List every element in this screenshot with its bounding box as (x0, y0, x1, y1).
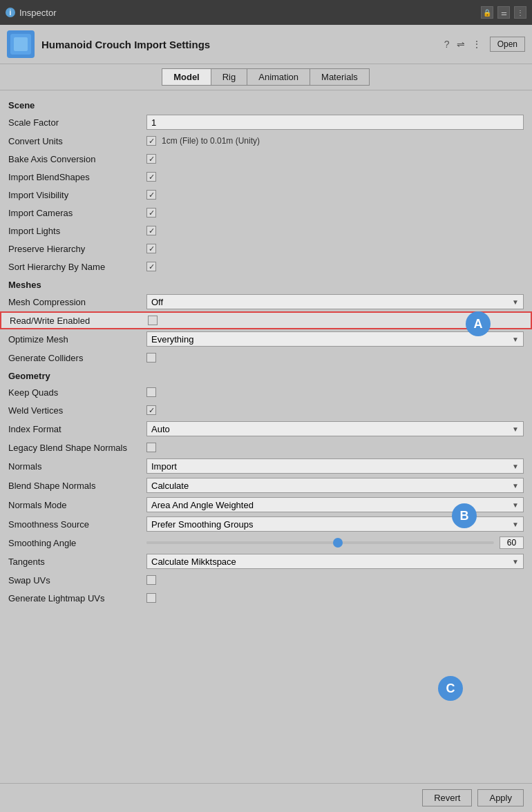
help-icon[interactable]: ? (443, 37, 451, 51)
header-actions: ? ⇌ ⋮ (443, 37, 483, 51)
label-legacy-blend: Legacy Blend Shape Normals (8, 443, 146, 453)
value-sort-hierarchy (146, 262, 524, 271)
smoothing-angle-slider-container: 60 (146, 536, 524, 549)
read-write-checkbox[interactable] (148, 316, 158, 325)
weld-vertices-checkbox[interactable] (146, 405, 156, 415)
tab-model[interactable]: Model (162, 68, 211, 86)
import-lights-checkbox[interactable] (146, 226, 156, 235)
dropdown-arrow-5: ▼ (512, 482, 519, 490)
label-bake-axis: Bake Axis Conversion (8, 154, 146, 164)
bake-axis-checkbox[interactable] (146, 154, 156, 164)
tangents-dropdown[interactable]: Calculate Mikktspace ▼ (146, 554, 524, 569)
sort-hierarchy-checkbox[interactable] (146, 262, 156, 271)
more-icon[interactable]: ⋮ (471, 37, 483, 51)
apply-button[interactable]: Apply (477, 789, 524, 806)
dropdown-arrow-7: ▼ (512, 521, 519, 528)
generate-colliders-checkbox[interactable] (146, 353, 156, 362)
label-optimize-mesh: Optimize Mesh (8, 334, 146, 345)
label-blend-shape-normals: Blend Shape Normals (8, 481, 146, 491)
import-visibility-checkbox[interactable] (146, 190, 156, 200)
import-cameras-checkbox[interactable] (146, 208, 156, 218)
field-generate-lightmap: Generate Lightmap UVs (0, 589, 532, 607)
label-import-lights: Import Lights (8, 226, 146, 236)
value-swap-uvs (146, 575, 524, 585)
smoothing-angle-thumb[interactable] (333, 538, 343, 548)
menu-icon[interactable]: ⋮ (514, 6, 526, 19)
field-bake-axis: Bake Axis Conversion (0, 150, 532, 168)
open-button[interactable]: Open (490, 37, 525, 52)
field-keep-quads: Keep Quads (0, 383, 532, 401)
value-legacy-blend (146, 443, 524, 452)
smoothing-angle-track[interactable] (146, 541, 494, 544)
value-blend-shape-normals: Calculate ▼ (146, 478, 524, 493)
keep-quads-checkbox[interactable] (146, 387, 156, 397)
swap-uvs-checkbox[interactable] (146, 575, 156, 585)
import-blendshapes-checkbox[interactable] (146, 172, 156, 182)
value-import-cameras (146, 208, 524, 218)
revert-button[interactable]: Revert (422, 789, 472, 806)
label-sort-hierarchy: Sort Hierarchy By Name (8, 262, 146, 272)
tab-rig[interactable]: Rig (211, 68, 248, 86)
preserve-hierarchy-checkbox[interactable] (146, 244, 156, 253)
value-generate-colliders (146, 353, 524, 362)
value-preserve-hierarchy (146, 244, 524, 253)
label-mesh-compression: Mesh Compression (8, 297, 146, 307)
field-optimize-mesh: Optimize Mesh Everything ▼ (0, 329, 532, 349)
value-import-blendshapes (146, 172, 524, 182)
generate-lightmap-checkbox[interactable] (146, 593, 156, 603)
field-import-visibility: Import Visibility (0, 186, 532, 204)
dropdown-arrow-6: ▼ (512, 501, 519, 509)
label-read-write: Read/Write Enabled (10, 316, 148, 326)
section-meshes-header: Meshes (0, 276, 532, 292)
tab-animation[interactable]: Animation (247, 68, 310, 86)
label-scale-factor: Scale Factor (8, 117, 146, 128)
label-tangents: Tangents (8, 557, 146, 567)
settings-icon[interactable]: ⇌ (455, 37, 466, 51)
label-smoothing-angle: Smoothing Angle (8, 538, 146, 548)
smoothing-angle-value: 60 (500, 536, 524, 549)
field-scale-factor: Scale Factor (0, 113, 532, 132)
value-smoothing-angle: 60 (146, 536, 524, 549)
value-normals: Import ▼ (146, 458, 524, 474)
label-import-cameras: Import Cameras (8, 208, 146, 218)
tangents-value: Calculate Mikktspace (151, 557, 236, 567)
value-scale-factor (146, 115, 524, 130)
field-tangents: Tangents Calculate Mikktspace ▼ (0, 552, 532, 571)
value-optimize-mesh: Everything ▼ (146, 331, 524, 347)
field-import-lights: Import Lights (0, 222, 532, 240)
inspector-icon: i (6, 8, 15, 17)
field-import-cameras: Import Cameras (0, 204, 532, 222)
smoothness-source-value: Prefer Smoothing Groups (151, 519, 253, 530)
dropdown-arrow-4: ▼ (512, 463, 519, 470)
normals-dropdown[interactable]: Import ▼ (146, 458, 524, 474)
optimize-mesh-value: Everything (151, 334, 193, 345)
value-generate-lightmap (146, 593, 524, 603)
asset-icon (7, 30, 35, 58)
mesh-compression-dropdown[interactable]: Off ▼ (146, 294, 524, 309)
inspector-window: i Inspector 🔒 ⚌ ⋮ Humanoid Crouch Import… (0, 0, 532, 812)
badge-a: A (466, 311, 491, 336)
optimize-mesh-dropdown[interactable]: Everything ▼ (146, 331, 524, 347)
layout-icon[interactable]: ⚌ (497, 6, 510, 19)
field-preserve-hierarchy: Preserve Hierarchy (0, 240, 532, 258)
index-format-dropdown[interactable]: Auto ▼ (146, 421, 524, 436)
label-import-blendshapes: Import BlendShapes (8, 172, 146, 182)
value-import-visibility (146, 190, 524, 200)
lock-icon[interactable]: 🔒 (481, 6, 493, 19)
asset-header: Humanoid Crouch Import Settings ? ⇌ ⋮ Op… (0, 25, 532, 64)
content-area: Scene Scale Factor Convert Units 1cm (Fi… (0, 90, 532, 783)
value-keep-quads (146, 387, 524, 397)
title-bar-controls: 🔒 ⚌ ⋮ (481, 6, 526, 19)
tab-materials[interactable]: Materials (310, 68, 370, 86)
value-import-lights (146, 226, 524, 235)
blend-shape-normals-dropdown[interactable]: Calculate ▼ (146, 478, 524, 493)
legacy-blend-checkbox[interactable] (146, 443, 156, 452)
value-weld-vertices (146, 405, 524, 415)
scale-factor-input[interactable] (146, 115, 524, 130)
section-scene-header: Scene (0, 96, 532, 113)
label-convert-units: Convert Units (8, 136, 146, 146)
convert-units-checkbox[interactable] (146, 136, 156, 146)
value-bake-axis (146, 154, 524, 164)
label-import-visibility: Import Visibility (8, 190, 146, 200)
normals-value: Import (151, 461, 177, 472)
